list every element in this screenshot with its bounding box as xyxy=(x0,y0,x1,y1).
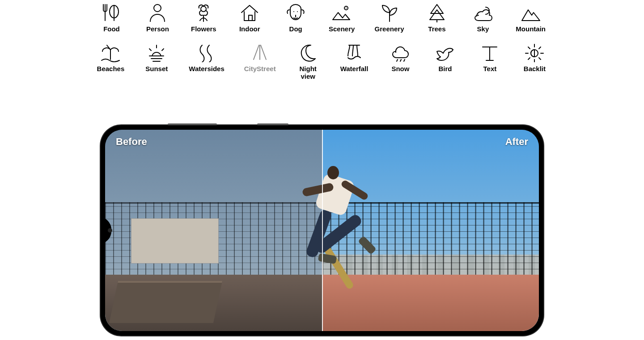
after-label: After xyxy=(505,136,528,148)
category-label-mountain: Mountain xyxy=(516,25,546,33)
waterfall-icon xyxy=(342,42,367,62)
category-snow: Snow xyxy=(388,42,413,80)
category-citystreet: CityStreet xyxy=(244,42,276,80)
category-label-backlit: Backlit xyxy=(522,65,547,72)
skateboarder-figure xyxy=(306,166,386,282)
category-greenery: Greenery xyxy=(375,3,404,33)
category-label-snow: Snow xyxy=(388,65,413,72)
category-label-trees: Trees xyxy=(424,25,450,33)
before-label: Before xyxy=(116,136,147,148)
scene-category-grid: FoodPersonFlowersIndoorDogSceneryGreener… xyxy=(98,0,546,80)
sunset-icon xyxy=(144,42,169,62)
category-label-beaches: Beaches xyxy=(97,65,125,72)
category-sky: Sky xyxy=(470,3,496,33)
category-watersides: Watersides xyxy=(189,42,224,80)
category-label-watersides: Watersides xyxy=(189,65,224,72)
category-dog: Dog xyxy=(283,3,309,33)
flowers-icon xyxy=(191,3,216,22)
category-label-sky: Sky xyxy=(470,25,496,33)
sky-icon xyxy=(470,3,496,22)
category-backlit: Backlit xyxy=(522,42,547,80)
category-sunset: Sunset xyxy=(144,42,169,80)
phone-screen: Before After xyxy=(105,130,539,331)
greenery-icon xyxy=(377,3,402,22)
category-label-person: Person xyxy=(144,25,171,33)
category-person: Person xyxy=(144,3,171,33)
category-label-bird: Bird xyxy=(432,65,458,72)
category-indoor: Indoor xyxy=(237,3,263,33)
before-after-divider xyxy=(322,130,323,331)
text-icon xyxy=(477,42,502,62)
category-text: Text xyxy=(477,42,502,80)
dog-icon xyxy=(283,3,308,22)
phone-mockup: Before After xyxy=(101,125,543,336)
bird-icon xyxy=(432,42,458,62)
backlit-icon xyxy=(522,42,547,62)
category-label-flowers: Flowers xyxy=(191,25,217,33)
category-label-waterfall: Waterfall xyxy=(340,65,369,72)
person-icon xyxy=(145,3,170,22)
category-trees: Trees xyxy=(424,3,450,33)
category-waterfall: Waterfall xyxy=(340,42,369,80)
category-label-food: Food xyxy=(98,25,125,33)
beaches-icon xyxy=(98,42,123,62)
category-label-indoor: Indoor xyxy=(237,25,263,33)
food-icon xyxy=(99,3,124,22)
category-beaches: Beaches xyxy=(97,42,125,80)
category-nightview: Night view xyxy=(296,42,321,80)
indoor-icon xyxy=(237,3,262,22)
category-label-sunset: Sunset xyxy=(144,65,169,72)
mountain-icon xyxy=(518,3,543,22)
category-bird: Bird xyxy=(432,42,458,80)
category-scenery: Scenery xyxy=(329,3,355,33)
category-food: Food xyxy=(98,3,125,33)
category-label-nightview: Night view xyxy=(296,65,321,80)
snow-icon xyxy=(388,42,413,62)
watersides-icon xyxy=(194,42,219,62)
nightview-icon xyxy=(296,42,321,62)
category-label-scenery: Scenery xyxy=(329,25,355,33)
category-label-text: Text xyxy=(477,65,502,72)
category-label-greenery: Greenery xyxy=(375,25,404,33)
trees-icon xyxy=(424,3,449,22)
category-flowers: Flowers xyxy=(191,3,217,33)
category-mountain: Mountain xyxy=(516,3,546,33)
scenery-icon xyxy=(329,3,354,22)
category-label-citystreet: CityStreet xyxy=(244,65,276,72)
category-label-dog: Dog xyxy=(283,25,309,33)
citystreet-icon xyxy=(247,42,272,62)
